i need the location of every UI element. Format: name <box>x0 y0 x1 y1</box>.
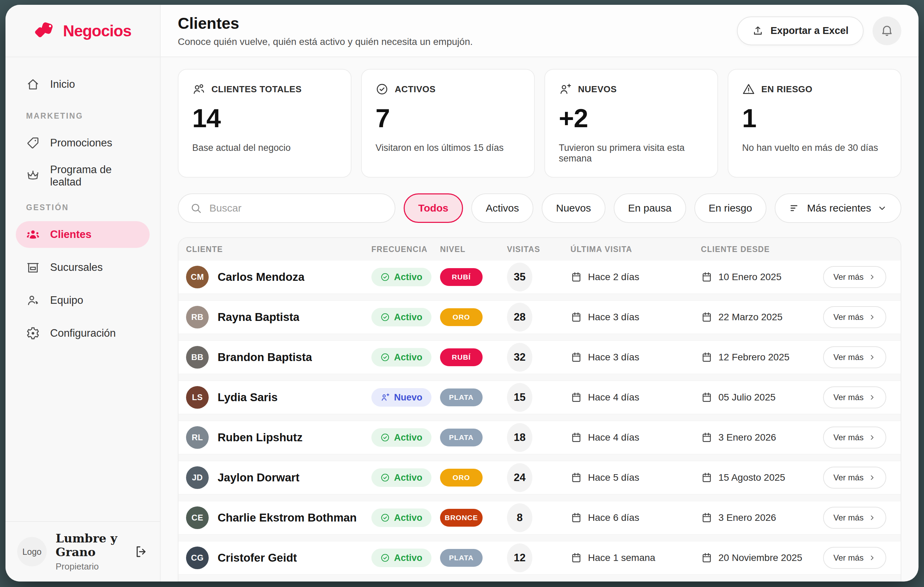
export-excel-button[interactable]: Exportar a Excel <box>737 16 864 45</box>
sidebar-item-clientes[interactable]: Clientes <box>16 221 150 248</box>
sidebar-section-marketing: MARKETING <box>26 112 150 121</box>
calendar-icon <box>701 271 713 283</box>
page-title: Clientes <box>178 14 473 33</box>
calendar-icon <box>701 472 713 483</box>
calendar-icon <box>571 352 582 363</box>
stat-description: Base actual del negocio <box>192 143 337 153</box>
visits-badge: 35 <box>507 263 532 291</box>
filter-row: Todos Activos Nuevos En pausa En riesgo … <box>178 193 901 223</box>
gear-icon <box>26 326 40 340</box>
sidebar-item-sucursales[interactable]: Sucursales <box>16 254 150 281</box>
crown-icon <box>26 169 40 183</box>
stat-label: NUEVOS <box>578 84 617 95</box>
row-separator <box>178 374 901 381</box>
check-circle-icon <box>380 352 390 362</box>
level-badge: PLATA <box>440 549 483 567</box>
sidebar-item-label: Clientes <box>50 229 92 241</box>
calendar-icon <box>571 391 582 403</box>
last-visit-cell: Hace 3 días <box>571 311 701 323</box>
sidebar-item-inicio[interactable]: Inicio <box>16 71 150 98</box>
client-since-cell: 22 Marzo 2025 <box>701 311 827 323</box>
level-badge: BRONCE <box>440 509 483 527</box>
check-circle-icon <box>380 433 390 442</box>
client-since-label: 20 Noviembre 2025 <box>718 552 802 563</box>
last-visit-label: Hace 6 días <box>588 512 639 523</box>
search-box <box>178 193 395 223</box>
sidebar-item-label: Programa de lealtad <box>50 164 139 188</box>
status-badge: Activo <box>371 469 431 487</box>
view-more-button[interactable]: Ver más <box>823 426 886 449</box>
client-name: Charlie Ekstrom Bothman <box>218 511 356 524</box>
calendar-icon <box>701 311 713 323</box>
status-label: Activo <box>394 513 422 523</box>
view-more-button[interactable]: Ver más <box>823 306 886 328</box>
row-separator <box>178 454 901 461</box>
main-panel: Clientes Conoce quién vuelve, quién está… <box>161 5 919 582</box>
client-name: Ruben Lipshutz <box>218 431 302 444</box>
view-more-label: Ver más <box>833 352 864 362</box>
level-badge: PLATA <box>440 429 483 446</box>
chevron-right-icon <box>868 514 876 521</box>
export-excel-label: Exportar a Excel <box>771 25 848 36</box>
stat-value: 7 <box>376 103 520 133</box>
check-circle-icon <box>376 83 389 96</box>
filter-chip-todos[interactable]: Todos <box>404 193 464 223</box>
view-more-button[interactable]: Ver más <box>823 386 886 408</box>
sidebar-item-label: Equipo <box>50 294 83 306</box>
last-visit-cell: Hace 2 días <box>571 271 701 283</box>
page-subtitle: Conoce quién vuelve, quién está activo y… <box>178 36 473 47</box>
sidebar-nav: Inicio MARKETING Promociones <box>5 57 160 521</box>
calendar-icon <box>571 552 582 564</box>
bell-icon <box>880 24 894 38</box>
sidebar-item-label: Sucursales <box>50 261 102 274</box>
last-visit-label: Hace 4 días <box>588 432 639 443</box>
view-more-button[interactable]: Ver más <box>823 547 886 569</box>
stat-description: Tuvieron su primera visita esta semana <box>559 143 704 164</box>
users-group-icon <box>26 228 40 242</box>
notifications-button[interactable] <box>873 16 901 45</box>
table-row: RL Ruben Lipshutz Activo PLATA 18 Hace 4… <box>178 421 901 454</box>
sidebar-item-promociones[interactable]: Promociones <box>16 130 150 156</box>
logout-button[interactable] <box>134 544 148 559</box>
last-visit-cell: Hace 4 días <box>571 432 701 443</box>
chevron-down-icon <box>877 203 887 213</box>
filter-chip-activos[interactable]: Activos <box>471 193 533 223</box>
business-name: Lumbre y Grano <box>56 531 125 559</box>
stat-value: 1 <box>742 103 887 133</box>
sidebar-item-label: Promociones <box>50 137 112 149</box>
sort-dropdown[interactable]: Más recientes <box>775 193 901 223</box>
stat-description: Visitaron en los últimos 15 días <box>376 143 520 153</box>
content-area: CLIENTES TOTALES 14 Base actual del nego… <box>161 57 919 582</box>
filter-chip-en-riesgo[interactable]: En riesgo <box>695 193 767 223</box>
table-header-row: CLIENTE FRECUENCIA NIVEL VISITAS ÚLTIMA … <box>178 238 901 261</box>
visits-badge: 15 <box>507 383 532 412</box>
table-row: CE Charlie Ekstrom Bothman Activo BRONCE… <box>178 501 901 534</box>
visits-badge: 28 <box>507 303 532 332</box>
sidebar-item-equipo[interactable]: Equipo <box>16 287 150 314</box>
calendar-icon <box>571 271 582 283</box>
client-avatar: LS <box>186 386 209 409</box>
view-more-button[interactable]: Ver más <box>823 507 886 529</box>
column-header-cliente-desde: CLIENTE DESDE <box>701 245 827 254</box>
filter-chip-nuevos[interactable]: Nuevos <box>542 193 606 223</box>
view-more-button[interactable]: Ver más <box>823 346 886 368</box>
view-more-button[interactable]: Ver más <box>823 266 886 288</box>
sidebar: Negocios Inicio MARKETING <box>5 5 161 582</box>
warning-icon <box>742 83 755 96</box>
sidebar-item-label: Configuración <box>50 327 116 339</box>
search-input[interactable] <box>210 202 383 214</box>
column-header-visitas: VISITAS <box>507 245 571 254</box>
storefront-icon <box>26 261 40 274</box>
client-avatar: RB <box>186 306 209 329</box>
sidebar-item-configuracion[interactable]: Configuración <box>16 320 150 347</box>
check-circle-icon <box>380 312 390 322</box>
sidebar-item-programa-lealtad[interactable]: Programa de lealtad <box>16 163 150 189</box>
status-label: Activo <box>394 272 422 283</box>
client-avatar: JD <box>186 466 209 489</box>
row-separator <box>178 294 901 301</box>
filter-chip-en-pausa[interactable]: En pausa <box>614 193 686 223</box>
business-logo-placeholder: Logo <box>17 537 47 566</box>
row-separator <box>178 574 901 582</box>
client-name: Lydia Saris <box>218 391 278 404</box>
view-more-button[interactable]: Ver más <box>823 467 886 488</box>
